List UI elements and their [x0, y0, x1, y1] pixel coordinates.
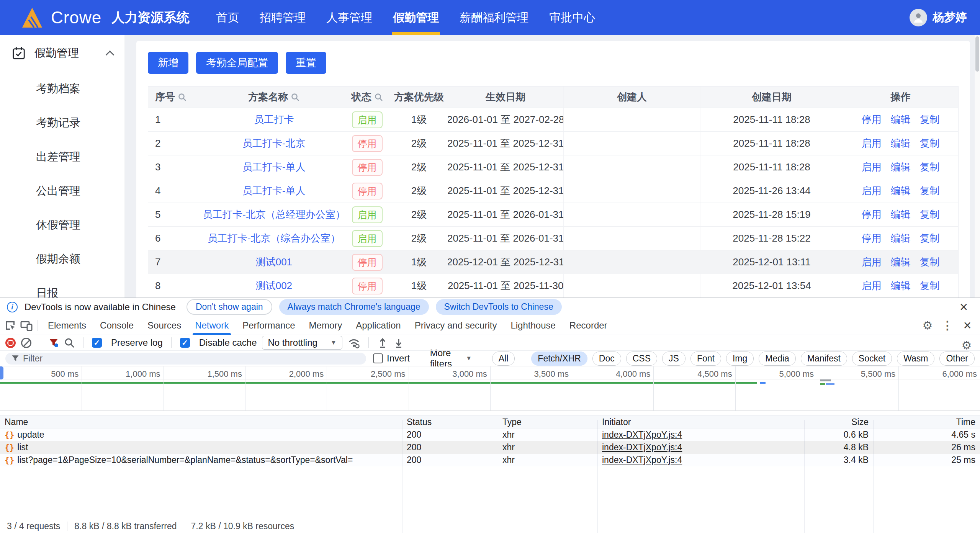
plan-name-link[interactable]: 员工打卡-单人: [242, 160, 306, 174]
search-icon[interactable]: [291, 93, 299, 101]
plan-name-link[interactable]: 测试001: [256, 255, 292, 269]
nav-item-1[interactable]: 首页: [206, 0, 249, 35]
chip-wasm[interactable]: Wasm: [897, 352, 934, 366]
nav-item-3[interactable]: 人事管理: [316, 0, 383, 35]
initiator-link[interactable]: index-DXTjXpoY.js:4: [602, 430, 682, 440]
toggle-status-link[interactable]: 停用: [862, 113, 882, 126]
inspect-element-icon[interactable]: [2, 317, 18, 334]
filter-funnel-icon[interactable]: [49, 338, 59, 348]
chip-other[interactable]: Other: [939, 352, 975, 366]
chip-media[interactable]: Media: [759, 352, 796, 366]
chip-socket[interactable]: Socket: [852, 352, 892, 366]
tab-application[interactable]: Application: [349, 316, 407, 335]
toggle-status-link[interactable]: 启用: [862, 255, 882, 269]
toggle-status-link[interactable]: 启用: [862, 160, 882, 174]
page-scrollbar[interactable]: [975, 35, 980, 298]
edit-link[interactable]: 编辑: [891, 279, 911, 293]
add-button[interactable]: 新增: [148, 52, 188, 74]
edit-link[interactable]: 编辑: [891, 232, 911, 245]
network-overview-timeline[interactable]: 500 ms1,000 ms1,500 ms2,000 ms2,500 ms3,…: [0, 366, 980, 411]
plan-name-link[interactable]: 员工打卡-北京: [242, 137, 306, 150]
devtools-more-options-icon[interactable]: ⋮: [939, 317, 955, 334]
tab-lighthouse[interactable]: Lighthouse: [504, 316, 562, 335]
network-conditions-icon[interactable]: [348, 337, 360, 348]
initiator-link[interactable]: index-DXTjXpoY.js:4: [602, 442, 682, 452]
copy-link[interactable]: 复制: [920, 255, 940, 269]
chip-font[interactable]: Font: [690, 352, 721, 366]
user-menu[interactable]: 杨梦婷: [910, 9, 967, 26]
copy-link[interactable]: 复制: [920, 113, 940, 126]
chip-manifest[interactable]: Manifest: [801, 352, 847, 366]
tab-network[interactable]: Network: [188, 316, 236, 335]
throttling-select[interactable]: No throttling ▼: [262, 336, 342, 350]
plan-name-link[interactable]: 员工打卡: [254, 113, 294, 126]
chip-doc[interactable]: Doc: [592, 352, 621, 366]
edit-link[interactable]: 编辑: [891, 208, 911, 221]
tab-memory[interactable]: Memory: [302, 316, 349, 335]
request-row[interactable]: {}list200xhrindex-DXTjXpoY.js:44.8 kB26 …: [0, 441, 980, 454]
sidebar-item-5[interactable]: 休假管理: [0, 208, 124, 242]
scrollbar-thumb[interactable]: [975, 36, 979, 72]
search-icon[interactable]: [178, 93, 187, 101]
reset-button[interactable]: 重置: [286, 52, 326, 74]
global-config-button[interactable]: 考勤全局配置: [196, 52, 278, 74]
sidebar-item-6[interactable]: 假期余额: [0, 242, 124, 276]
record-network-log-icon[interactable]: [5, 338, 16, 348]
plan-name-link[interactable]: 测试002: [256, 279, 292, 293]
request-column-time[interactable]: Time: [873, 417, 980, 427]
copy-link[interactable]: 复制: [920, 232, 940, 245]
tab-recorder[interactable]: Recorder: [563, 316, 614, 335]
nav-item-2[interactable]: 招聘管理: [249, 0, 316, 35]
plan-name-link[interactable]: 员工打卡-北京（综合办公室）: [208, 232, 340, 245]
disable-cache-checkbox[interactable]: ✓: [180, 338, 190, 348]
tab-elements[interactable]: Elements: [41, 316, 93, 335]
export-har-icon[interactable]: [393, 337, 404, 348]
match-chrome-language-button[interactable]: Always match Chrome's language: [279, 299, 429, 315]
switch-to-chinese-button[interactable]: Switch DevTools to Chinese: [436, 299, 562, 315]
chip-img[interactable]: Img: [726, 352, 754, 366]
search-icon[interactable]: [375, 93, 383, 101]
edit-link[interactable]: 编辑: [891, 184, 911, 198]
request-row[interactable]: {}update200xhrindex-DXTjXpoY.js:40.6 kB4…: [0, 428, 980, 441]
edit-link[interactable]: 编辑: [891, 255, 911, 269]
toggle-status-link[interactable]: 启用: [862, 137, 882, 150]
toggle-status-link[interactable]: 停用: [862, 208, 882, 221]
tab-performance[interactable]: Performance: [236, 316, 302, 335]
devtools-close-icon[interactable]: ×: [959, 317, 975, 334]
import-har-icon[interactable]: [377, 337, 388, 348]
filter-input[interactable]: [23, 353, 360, 364]
edit-link[interactable]: 编辑: [891, 137, 911, 150]
initiator-link[interactable]: index-DXTjXpoY.js:4: [602, 455, 682, 465]
preserve-log-checkbox[interactable]: ✓: [92, 338, 102, 348]
request-column-initiator[interactable]: Initiator: [597, 417, 804, 427]
chip-css[interactable]: CSS: [626, 352, 657, 366]
plan-name-link[interactable]: 员工打卡-单人: [242, 184, 306, 198]
copy-link[interactable]: 复制: [920, 279, 940, 293]
edit-link[interactable]: 编辑: [891, 160, 911, 174]
request-column-name[interactable]: Name: [0, 417, 402, 427]
timeline-scrub-handle[interactable]: [0, 366, 3, 379]
banner-close-icon[interactable]: ×: [960, 300, 973, 314]
toggle-status-link[interactable]: 启用: [862, 279, 882, 293]
sidebar-item-2[interactable]: 考勤记录: [0, 106, 124, 140]
copy-link[interactable]: 复制: [920, 184, 940, 198]
toggle-status-link[interactable]: 停用: [862, 232, 882, 245]
plan-name-link[interactable]: 员工打卡-北京（总经理办公室）: [204, 208, 344, 221]
edit-link[interactable]: 编辑: [891, 113, 911, 126]
copy-link[interactable]: 复制: [920, 137, 940, 150]
more-filters-button[interactable]: More filters ▼: [430, 348, 472, 369]
devtools-settings-gear-icon[interactable]: ⚙: [919, 317, 936, 334]
toggle-status-link[interactable]: 启用: [862, 184, 882, 198]
request-column-size[interactable]: Size: [804, 417, 873, 427]
nav-item-5[interactable]: 薪酬福利管理: [449, 0, 539, 35]
network-settings-gear-icon[interactable]: ⚙: [959, 337, 975, 353]
tab-privacy-and-security[interactable]: Privacy and security: [408, 316, 504, 335]
nav-item-6[interactable]: 审批中心: [539, 0, 605, 35]
sidebar-item-3[interactable]: 出差管理: [0, 140, 124, 174]
dont-show-again-button[interactable]: Don't show again: [187, 299, 272, 315]
request-row[interactable]: {}list?page=1&PageSize=10&serialNumber=&…: [0, 454, 980, 466]
tab-sources[interactable]: Sources: [141, 316, 188, 335]
request-column-status[interactable]: Status: [402, 417, 498, 427]
device-toolbar-icon[interactable]: [18, 317, 34, 334]
sidebar-group-attendance[interactable]: 假勤管理: [0, 35, 124, 72]
